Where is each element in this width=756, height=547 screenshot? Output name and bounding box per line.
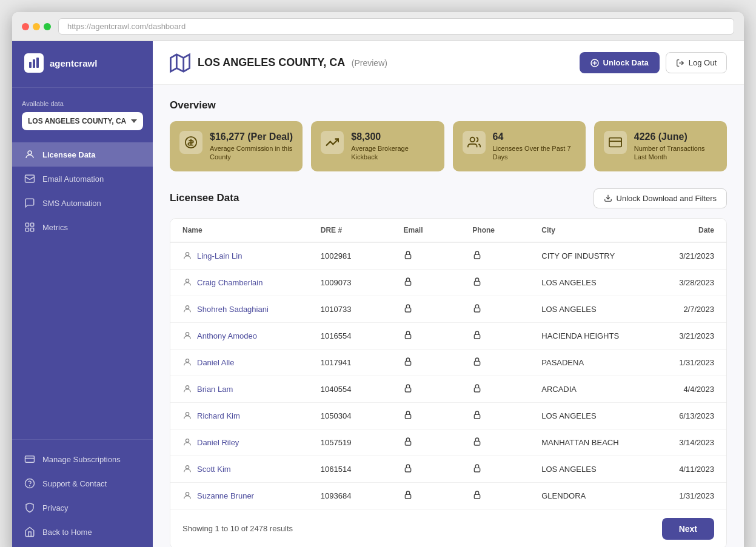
cell-email bbox=[403, 437, 472, 448]
person-row-icon bbox=[182, 437, 192, 447]
sidebar-item-manage-subscriptions[interactable]: Manage Subscriptions bbox=[12, 447, 153, 471]
cell-email bbox=[403, 383, 472, 395]
app-container: agentcrawl Available data LOS ANGELES CO… bbox=[12, 41, 744, 547]
subscriptions-icon bbox=[24, 454, 35, 465]
logout-button[interactable]: Log Out bbox=[666, 52, 727, 73]
cell-city: LOS ANGELES bbox=[541, 465, 645, 474]
person-row-icon bbox=[182, 411, 192, 420]
table-row[interactable]: Ling-Lain Lin 1002981 CITY OF INDUSTRY 3… bbox=[170, 243, 726, 270]
svg-rect-7 bbox=[25, 228, 28, 231]
svg-point-19 bbox=[186, 253, 189, 256]
licensees-value: 64 bbox=[493, 131, 576, 142]
table-row[interactable]: Shohreh Sadaghiani 1010733 LOS ANGELES 2… bbox=[170, 296, 726, 323]
cell-date: 3/28/2023 bbox=[645, 278, 714, 287]
card-licensees: 64 Licensees Over the Past 7 Days bbox=[453, 121, 586, 171]
cell-phone bbox=[472, 277, 541, 288]
lock-email-icon bbox=[403, 250, 413, 260]
cell-dre: 1050304 bbox=[321, 411, 404, 420]
sidebar-item-sms-automation[interactable]: SMS Automation bbox=[12, 191, 153, 215]
table-header: Name DRE # Email Phone City Date bbox=[170, 219, 726, 243]
cell-name: Richard Kim bbox=[182, 411, 321, 420]
svg-rect-24 bbox=[475, 281, 480, 285]
cell-city: CITY OF INDUSTRY bbox=[541, 251, 645, 260]
sidebar-item-metrics[interactable]: Metrics bbox=[12, 215, 153, 239]
sidebar-item-email-automation[interactable]: Email Automation bbox=[12, 167, 153, 191]
sidebar-item-privacy[interactable]: Privacy bbox=[12, 496, 153, 520]
svg-point-15 bbox=[470, 138, 474, 142]
sidebar-item-back-to-home[interactable]: Back to Home bbox=[12, 520, 153, 544]
sidebar-bottom: Manage Subscriptions Support & Contact P… bbox=[12, 439, 153, 547]
person-row-icon bbox=[182, 251, 192, 260]
unlock-data-button[interactable]: Unlock Data bbox=[580, 52, 660, 73]
cell-email bbox=[403, 330, 472, 342]
brokerage-label: Average Brokerage Kickback bbox=[351, 144, 434, 162]
col-date: Date bbox=[645, 226, 714, 234]
commission-icon-wrap bbox=[179, 131, 202, 154]
svg-rect-39 bbox=[475, 414, 480, 419]
person-row-icon bbox=[182, 304, 192, 314]
next-button[interactable]: Next bbox=[662, 518, 714, 540]
transactions-icon-wrap bbox=[604, 131, 627, 154]
support-contact-label: Support & Contact bbox=[42, 479, 107, 488]
cell-date: 3/21/2023 bbox=[645, 251, 714, 260]
close-dot[interactable] bbox=[22, 23, 29, 30]
county-select[interactable]: LOS ANGELES COUNTY, CA bbox=[22, 112, 143, 130]
lock-phone-icon bbox=[472, 490, 482, 500]
table-row[interactable]: Daniel Riley 1057519 MANHATTAN BEACH 3/1… bbox=[170, 429, 726, 456]
svg-rect-26 bbox=[406, 308, 411, 312]
sidebar-item-licensee-data[interactable]: Licensee Data bbox=[12, 142, 153, 167]
commission-content: $16,277 (Per Deal) Average Commission in… bbox=[210, 131, 293, 162]
svg-rect-27 bbox=[475, 308, 480, 312]
lock-phone-icon bbox=[472, 250, 482, 260]
svg-point-31 bbox=[186, 359, 189, 362]
cell-dre: 1040554 bbox=[321, 385, 404, 394]
table-row[interactable]: Suzanne Bruner 1093684 GLENDORA 1/31/202… bbox=[170, 483, 726, 509]
svg-rect-23 bbox=[406, 281, 411, 285]
lock-email-icon bbox=[403, 437, 413, 446]
cell-date: 3/14/2023 bbox=[645, 438, 714, 447]
table-row[interactable]: Craig Chamberlain 1009073 LOS ANGELES 3/… bbox=[170, 270, 726, 296]
svg-rect-29 bbox=[406, 334, 411, 339]
cell-dre: 1093684 bbox=[321, 491, 404, 500]
credit-card-icon bbox=[609, 136, 622, 149]
svg-rect-35 bbox=[406, 388, 411, 392]
maximize-dot[interactable] bbox=[44, 23, 51, 30]
svg-point-22 bbox=[186, 279, 189, 282]
unlock-download-filters-button[interactable]: Unlock Download and Filters bbox=[594, 188, 727, 208]
table-row[interactable]: Scott Kim 1061514 LOS ANGELES 4/11/2023 bbox=[170, 456, 726, 483]
svg-rect-16 bbox=[609, 138, 621, 147]
svg-point-37 bbox=[186, 413, 189, 416]
table-row[interactable]: Brian Lam 1040554 ARCADIA 4/4/2023 bbox=[170, 376, 726, 403]
table-row[interactable]: Daniel Alle 1017941 PASADENA 1/31/2023 bbox=[170, 350, 726, 376]
cell-email bbox=[403, 303, 472, 315]
svg-rect-32 bbox=[406, 361, 411, 365]
preview-badge: (Preview) bbox=[352, 58, 387, 68]
cell-date: 2/7/2023 bbox=[645, 305, 714, 314]
cell-email bbox=[403, 410, 472, 422]
cell-date: 1/31/2023 bbox=[645, 358, 714, 367]
svg-rect-21 bbox=[475, 254, 480, 259]
table-row[interactable]: Anthony Amodeo 1016554 HACIENDA HEIGHTS … bbox=[170, 323, 726, 350]
col-city: City bbox=[541, 226, 645, 234]
cell-dre: 1002981 bbox=[321, 251, 404, 260]
svg-point-3 bbox=[28, 151, 32, 154]
svg-rect-47 bbox=[406, 494, 411, 499]
minimize-dot[interactable] bbox=[33, 23, 40, 30]
browser-dots bbox=[22, 23, 51, 30]
licensee-data-title: Licensee Data bbox=[170, 192, 239, 204]
transactions-label: Number of Transactions Last Month bbox=[634, 144, 717, 162]
available-data-label: Available data bbox=[22, 100, 143, 107]
table-row[interactable]: Richard Kim 1050304 LOS ANGELES 6/13/202… bbox=[170, 403, 726, 429]
svg-rect-45 bbox=[475, 468, 480, 472]
svg-rect-41 bbox=[406, 441, 411, 445]
sidebar-item-support-contact[interactable]: Support & Contact bbox=[12, 471, 153, 496]
main-body: Overview $16,277 (Per Deal) Average Comm… bbox=[153, 85, 744, 547]
licensees-content: 64 Licensees Over the Past 7 Days bbox=[493, 131, 576, 162]
svg-rect-48 bbox=[475, 494, 480, 499]
metrics-label: Metrics bbox=[42, 223, 68, 232]
cell-name: Daniel Alle bbox=[182, 357, 321, 367]
plus-icon bbox=[590, 59, 599, 67]
url-prefix: https:// bbox=[67, 22, 91, 31]
card-avg-brokerage: $8,300 Average Brokerage Kickback bbox=[311, 121, 444, 171]
url-bar[interactable]: https://agentcrawl.com/dashboard bbox=[58, 18, 734, 35]
